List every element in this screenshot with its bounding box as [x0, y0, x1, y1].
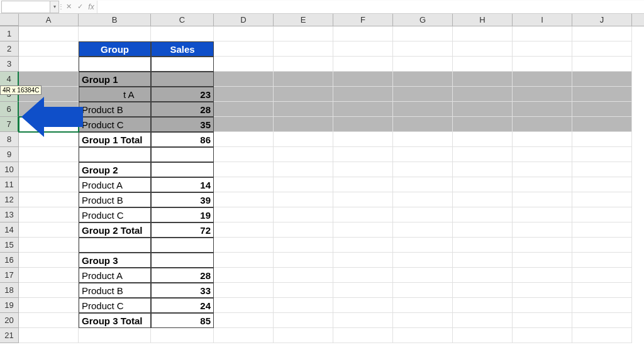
cell[interactable] [453, 102, 513, 117]
cell[interactable] [274, 57, 333, 72]
cell[interactable] [513, 72, 572, 87]
cell[interactable] [333, 117, 393, 132]
group3-total-label[interactable]: Group 3 Total [79, 313, 151, 328]
cell[interactable] [453, 162, 513, 177]
cell[interactable] [274, 162, 333, 177]
cell[interactable] [453, 207, 513, 222]
row-header-16[interactable]: 16 [0, 253, 19, 268]
cell[interactable] [393, 222, 453, 238]
select-all-corner[interactable] [0, 14, 19, 26]
cell[interactable] [453, 147, 513, 162]
cell[interactable] [333, 87, 393, 102]
header-group[interactable]: Group [79, 41, 151, 57]
cell[interactable] [79, 147, 151, 162]
cell[interactable] [274, 207, 333, 222]
cell[interactable] [214, 253, 274, 268]
cell[interactable] [393, 313, 453, 328]
row-header-11[interactable]: 11 [0, 177, 19, 192]
cell[interactable] [274, 72, 333, 87]
cell[interactable] [19, 162, 79, 177]
cell[interactable] [572, 313, 632, 328]
cell[interactable] [393, 162, 453, 177]
cell[interactable] [513, 41, 572, 57]
cell[interactable] [513, 132, 572, 147]
cell[interactable] [513, 283, 572, 298]
row-header-19[interactable]: 19 [0, 298, 19, 313]
cell[interactable]: Product A [79, 177, 151, 192]
group1-productA-val[interactable]: 23 [151, 87, 214, 102]
cell[interactable] [393, 117, 453, 132]
row-header-14[interactable]: 14 [0, 222, 19, 238]
cell[interactable] [333, 313, 393, 328]
group1-productB-val[interactable]: 28 [151, 102, 214, 117]
row-header-10[interactable]: 10 [0, 162, 19, 177]
cell[interactable] [19, 283, 79, 298]
cell[interactable] [333, 102, 393, 117]
col-header-B[interactable]: B [79, 14, 151, 26]
cell[interactable]: Product C [79, 298, 151, 313]
cell[interactable] [19, 207, 79, 222]
col-header-F[interactable]: F [333, 14, 393, 26]
cell[interactable] [453, 57, 513, 72]
cell[interactable] [274, 253, 333, 268]
cell[interactable] [453, 328, 513, 343]
cell[interactable] [214, 177, 274, 192]
cell[interactable] [572, 253, 632, 268]
row-header-9[interactable]: 9 [0, 147, 19, 162]
cell[interactable] [453, 26, 513, 41]
cell[interactable] [19, 253, 79, 268]
row-header-6[interactable]: 6 [0, 102, 19, 117]
cell[interactable] [214, 298, 274, 313]
group1-title[interactable]: Group 1 [79, 72, 151, 87]
group3-total[interactable]: 85 [151, 313, 214, 328]
cell[interactable] [151, 26, 214, 41]
cell[interactable] [19, 328, 79, 343]
cell[interactable] [393, 328, 453, 343]
cancel-icon[interactable]: ✕ [63, 1, 74, 13]
cell[interactable] [453, 117, 513, 132]
cell[interactable] [572, 177, 632, 192]
name-box[interactable] [1, 1, 50, 13]
row-header-4[interactable]: 4 [0, 72, 19, 87]
cell[interactable] [453, 192, 513, 207]
cell[interactable] [274, 87, 333, 102]
cell[interactable]: 14 [151, 177, 214, 192]
cell[interactable] [19, 222, 79, 238]
cell[interactable] [393, 177, 453, 192]
cell[interactable] [333, 298, 393, 313]
cell[interactable]: Product B [79, 192, 151, 207]
cell[interactable] [572, 117, 632, 132]
cell[interactable] [214, 238, 274, 253]
col-header-H[interactable]: H [453, 14, 513, 26]
cell[interactable] [214, 41, 274, 57]
cell[interactable] [572, 298, 632, 313]
cell[interactable] [274, 102, 333, 117]
cell[interactable] [453, 41, 513, 57]
cell[interactable] [151, 147, 214, 162]
cell[interactable] [393, 102, 453, 117]
cell[interactable] [333, 222, 393, 238]
cell[interactable] [572, 102, 632, 117]
cell[interactable] [274, 41, 333, 57]
cell[interactable] [214, 117, 274, 132]
cell[interactable] [513, 313, 572, 328]
cell[interactable] [393, 298, 453, 313]
cell[interactable] [333, 253, 393, 268]
col-header-C[interactable]: C [151, 14, 214, 26]
cell[interactable] [453, 72, 513, 87]
cell[interactable] [572, 57, 632, 72]
cell[interactable] [453, 283, 513, 298]
cell[interactable] [79, 238, 151, 253]
cell[interactable] [513, 253, 572, 268]
cell[interactable] [453, 222, 513, 238]
cell[interactable] [214, 207, 274, 222]
cell[interactable] [19, 72, 79, 87]
cell[interactable] [513, 87, 572, 102]
cell[interactable] [393, 283, 453, 298]
cell[interactable] [393, 87, 453, 102]
cell[interactable] [274, 222, 333, 238]
cell[interactable] [19, 57, 79, 72]
cell[interactable] [333, 162, 393, 177]
cell[interactable] [393, 132, 453, 147]
cell[interactable] [274, 147, 333, 162]
